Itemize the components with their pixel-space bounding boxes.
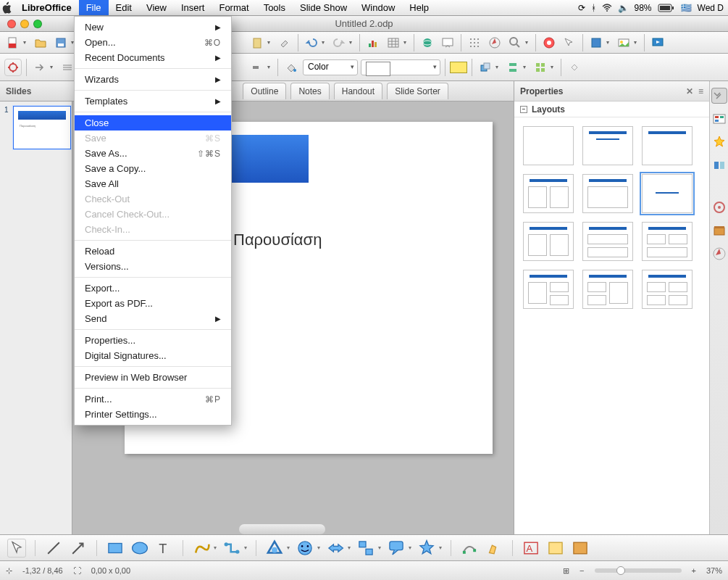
- line-end-button[interactable]: [248, 59, 266, 76]
- zoom-fit-button[interactable]: ⊞: [563, 566, 569, 576]
- menu-file-print[interactable]: Print...⌘P: [75, 392, 231, 407]
- block-arrows-dropdown[interactable]: ▾: [348, 544, 351, 551]
- distribute-button[interactable]: [532, 59, 549, 76]
- whatsthis-button[interactable]: [561, 34, 578, 51]
- menu-file-saveas[interactable]: Save As...⇧⌘S: [75, 146, 231, 161]
- menu-file-templates[interactable]: Templates▶: [75, 94, 231, 109]
- options-button[interactable]: [4, 59, 22, 76]
- rectangle-tool[interactable]: [106, 539, 125, 558]
- paste-button[interactable]: [248, 34, 266, 51]
- tab-handout[interactable]: Handout: [334, 83, 382, 99]
- star-dropdown[interactable]: ▾: [439, 544, 442, 551]
- arrow-line-tool[interactable]: [69, 539, 88, 558]
- distribute-dropdown[interactable]: ▾: [551, 64, 556, 70]
- menu-format[interactable]: Format: [212, 0, 256, 15]
- fontwork-button[interactable]: [587, 34, 605, 51]
- menu-slideshow[interactable]: Slide Show: [293, 0, 354, 15]
- gallery-button[interactable]: [615, 34, 632, 51]
- fill-style-combo[interactable]: Color▾: [303, 59, 358, 75]
- save-button[interactable]: [52, 34, 70, 51]
- menu-file-export[interactable]: Export...: [75, 281, 231, 296]
- menu-file-properties[interactable]: Properties...: [75, 333, 231, 348]
- zoom-slider[interactable]: [595, 568, 682, 573]
- slide-thumbnail-1[interactable]: 1 Παρουσίαση: [4, 106, 67, 149]
- tab-outline[interactable]: Outline: [243, 83, 286, 99]
- horizontal-scrollbar[interactable]: [239, 524, 325, 534]
- sidebar-navigator-icon[interactable]: [712, 246, 727, 261]
- fill-color-combo[interactable]: ▾: [361, 59, 440, 75]
- presentation-button[interactable]: [439, 34, 456, 51]
- menu-file-recent[interactable]: Recent Documents▶: [75, 50, 231, 65]
- block-arrows-tool[interactable]: [326, 539, 345, 558]
- basic-shapes-dropdown[interactable]: ▾: [287, 544, 290, 551]
- fontwork-dropdown[interactable]: ▾: [606, 39, 612, 46]
- fill-bucket-button[interactable]: [283, 59, 300, 76]
- menu-view[interactable]: View: [139, 0, 174, 15]
- sidebar-master-icon[interactable]: [712, 112, 727, 126]
- menu-file-versions[interactable]: Versions...: [75, 259, 231, 274]
- flowchart-tool[interactable]: [356, 539, 375, 558]
- redo-dropdown[interactable]: ▾: [349, 39, 355, 46]
- points-tool[interactable]: [460, 539, 479, 558]
- menu-file-saveall[interactable]: Save All: [75, 176, 231, 191]
- tab-slidesorter[interactable]: Slide Sorter: [387, 83, 448, 99]
- sidebar-transition-icon[interactable]: [712, 158, 727, 173]
- paste-dropdown[interactable]: ▾: [267, 39, 273, 46]
- select-tool[interactable]: [7, 539, 26, 558]
- sidebar-animation-icon[interactable]: [712, 135, 727, 149]
- navigator-button[interactable]: [486, 34, 503, 51]
- slideshow-button[interactable]: [649, 34, 666, 51]
- layout-content[interactable]: [582, 174, 633, 213]
- open-button[interactable]: [32, 34, 49, 51]
- arrange-dropdown[interactable]: ▾: [495, 64, 501, 70]
- arrow-style-button[interactable]: [31, 59, 49, 76]
- gallery-dropdown[interactable]: ▾: [634, 39, 640, 46]
- table-button[interactable]: [385, 34, 402, 51]
- hyperlink-button[interactable]: [419, 34, 436, 51]
- layouts-toggle[interactable]: −: [520, 106, 527, 113]
- layout-title-content[interactable]: [582, 126, 633, 165]
- sidebar-properties-icon[interactable]: [712, 88, 727, 103]
- menu-file-wizards[interactable]: Wizards▶: [75, 72, 231, 87]
- line-tool[interactable]: [44, 539, 63, 558]
- menu-insert[interactable]: Insert: [174, 0, 212, 15]
- table-dropdown[interactable]: ▾: [403, 39, 409, 46]
- app-name[interactable]: LibreOffice: [14, 0, 79, 15]
- chart-button[interactable]: [364, 34, 382, 51]
- connector-tool[interactable]: [222, 539, 241, 558]
- menu-file-digsig[interactable]: Digital Signatures...: [75, 348, 231, 363]
- shadow-button[interactable]: [450, 62, 467, 73]
- redo-button[interactable]: [330, 34, 348, 51]
- menu-file-reload[interactable]: Reload: [75, 244, 231, 259]
- menu-file-new[interactable]: New▶: [75, 20, 231, 35]
- layout-four-obj[interactable]: [642, 270, 693, 309]
- layout-content-2[interactable]: [582, 222, 633, 261]
- layout-title-only[interactable]: [642, 126, 693, 165]
- properties-close[interactable]: ✕ ≡: [686, 86, 703, 96]
- menu-file-exportpdf[interactable]: Export as PDF...: [75, 296, 231, 311]
- new-doc-dropdown[interactable]: ▾: [23, 39, 29, 46]
- zoom-out-button[interactable]: −: [580, 566, 584, 575]
- sidebar-styles-icon[interactable]: [712, 200, 727, 215]
- sidebar-gallery-icon[interactable]: [712, 223, 727, 238]
- symbol-shapes-tool[interactable]: [296, 539, 314, 558]
- zoom-in-button[interactable]: +: [692, 566, 696, 575]
- layout-obj-text[interactable]: [523, 270, 574, 309]
- interaction-button[interactable]: [566, 59, 583, 76]
- callout-tool[interactable]: [387, 539, 406, 558]
- fontwork-gallery-tool[interactable]: A: [522, 539, 540, 558]
- symbol-shapes-dropdown[interactable]: ▾: [317, 544, 320, 551]
- connector-dropdown[interactable]: ▾: [244, 544, 247, 551]
- tab-notes[interactable]: Notes: [290, 83, 329, 99]
- curve-dropdown[interactable]: ▾: [214, 544, 217, 551]
- menu-file-send[interactable]: Send▶: [75, 311, 231, 326]
- flowchart-dropdown[interactable]: ▾: [378, 544, 381, 551]
- align-button[interactable]: [504, 59, 522, 76]
- ellipse-tool[interactable]: [130, 539, 149, 558]
- menu-file-open[interactable]: Open...⌘O: [75, 35, 231, 50]
- menu-file-close[interactable]: Close: [75, 115, 231, 130]
- line-end-dropdown[interactable]: ▾: [267, 64, 273, 70]
- slide-content-text[interactable]: Παρουσίαση: [233, 231, 322, 249]
- align-dropdown[interactable]: ▾: [523, 64, 529, 70]
- menu-help[interactable]: Help: [402, 0, 436, 15]
